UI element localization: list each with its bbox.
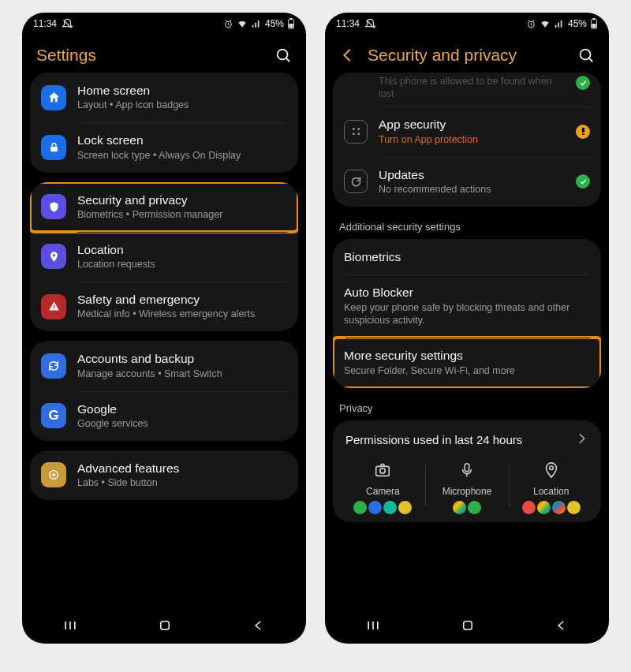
check-icon [576, 174, 590, 189]
row-app-security[interactable]: App security Turn on App protection [333, 106, 601, 156]
permissions-grid: Camera Microphone Location [333, 454, 601, 522]
row-security-privacy[interactable]: Security and privacy Biometrics • Permis… [30, 182, 298, 232]
row-more-security-settings[interactable]: More security settings Secure Folder, Se… [333, 338, 601, 387]
card: Accounts and backup Manage accounts • Sm… [30, 341, 298, 441]
row-sub: Screen lock type • Always On Display [77, 149, 287, 162]
row-title: Security and privacy [77, 192, 287, 207]
row-accounts-backup[interactable]: Accounts and backup Manage accounts • Sm… [30, 341, 298, 390]
row-sub: Layout • App icon badges [77, 99, 287, 112]
perm-label: Microphone [442, 486, 492, 497]
section-privacy: Privacy [333, 398, 601, 420]
status-bar: 11:34 45% [22, 13, 306, 35]
battery-icon [287, 18, 295, 29]
row-location[interactable]: Location Location requests [30, 232, 298, 282]
row-title: Updates [379, 167, 565, 182]
card: Security and privacy Biometrics • Permis… [30, 182, 298, 332]
card: Advanced features Labs • Side button [30, 450, 298, 500]
permissions-title: Permissions used in last 24 hours [345, 433, 522, 446]
status-time: 11:34 [336, 18, 360, 29]
nav-recents[interactable] [365, 618, 381, 637]
battery-icon [590, 18, 598, 29]
row-title: Accounts and backup [77, 351, 287, 366]
lock-icon [41, 135, 66, 160]
home-icon [41, 85, 66, 110]
row-biometrics[interactable]: Biometrics [333, 239, 601, 274]
nav-home[interactable] [461, 618, 475, 636]
location-icon [543, 461, 560, 482]
perm-location[interactable]: Location [509, 458, 593, 521]
row-google[interactable]: G Google Google services [30, 391, 298, 441]
row-sub: Location requests [77, 258, 287, 271]
nav-home[interactable] [158, 618, 172, 636]
svg-rect-7 [53, 305, 54, 308]
svg-rect-5 [50, 147, 58, 151]
search-button[interactable] [274, 47, 292, 64]
row-safety-emergency[interactable]: Safety and emergency Medical info • Wire… [30, 282, 298, 331]
app-chips [522, 501, 581, 514]
row-title: Advanced features [77, 461, 287, 476]
row-lock-screen[interactable]: Lock screen Screen lock type • Always On… [30, 122, 298, 172]
alarm-icon [526, 19, 536, 29]
settings-list: Home screen Layout • App icon badges Loc… [22, 73, 306, 610]
status-battery: 45% [568, 18, 587, 29]
shield-icon [41, 194, 66, 219]
security-list: This phone is allowed to be found when l… [325, 73, 609, 610]
row-title: App security [379, 117, 565, 132]
google-icon: G [41, 403, 66, 428]
camera-icon [374, 461, 391, 482]
row-auto-blocker[interactable]: Auto Blocker Keep your phone safe by blo… [333, 274, 601, 338]
nav-back[interactable] [554, 618, 569, 636]
signal-icon [554, 18, 565, 29]
svg-rect-14 [592, 24, 596, 28]
svg-point-25 [549, 465, 553, 469]
row-sub: Manage accounts • Smart Switch [77, 368, 287, 381]
row-title: Safety and emergency [77, 292, 287, 307]
svg-point-4 [278, 50, 288, 60]
phone-security: 11:34 45% Security and privacy This [325, 13, 609, 644]
row-sub: Turn on App protection [379, 133, 565, 147]
row-sub: Google services [77, 417, 287, 431]
svg-rect-26 [464, 622, 472, 630]
app-chips [353, 501, 412, 514]
microphone-icon [458, 461, 476, 482]
row-title: Lock screen [77, 133, 287, 147]
card-permissions: Permissions used in last 24 hours Camera… [333, 420, 601, 522]
section-additional: Additional security settings [333, 216, 601, 239]
card: Home screen Layout • App icon badges Loc… [30, 73, 298, 173]
svg-rect-2 [289, 18, 293, 20]
row-advanced-features[interactable]: Advanced features Labs • Side button [30, 450, 298, 500]
nav-back[interactable] [252, 618, 266, 636]
back-button[interactable] [339, 47, 357, 64]
grid-icon [344, 120, 368, 144]
row-find-phone-cutoff[interactable]: This phone is allowed to be found when l… [333, 73, 601, 106]
page-title: Security and privacy [368, 46, 566, 65]
svg-point-6 [52, 254, 54, 256]
row-title: More security settings [344, 348, 590, 363]
perm-camera[interactable]: Camera [341, 458, 425, 521]
card: This phone is allowed to be found when l… [333, 73, 601, 207]
wifi-icon [540, 18, 551, 29]
nav-recents[interactable] [62, 618, 78, 637]
dnd-icon [364, 18, 376, 30]
search-button[interactable] [577, 47, 595, 64]
header: Settings [22, 35, 306, 73]
row-updates[interactable]: Updates No recommended actions [333, 157, 601, 207]
phone-settings: 11:34 45% Settings Home scre [22, 13, 306, 644]
svg-rect-3 [289, 24, 293, 28]
android-navbar [325, 610, 609, 644]
row-permissions-24h[interactable]: Permissions used in last 24 hours [333, 420, 601, 454]
wifi-icon [237, 18, 248, 29]
plus-icon [41, 462, 66, 487]
status-battery: 45% [265, 18, 284, 29]
perm-microphone[interactable]: Microphone [425, 458, 510, 521]
row-home-screen[interactable]: Home screen Layout • App icon badges [30, 73, 298, 122]
svg-point-15 [581, 50, 591, 60]
signal-icon [251, 18, 262, 29]
svg-point-18 [353, 133, 355, 136]
row-sub: Biometrics • Permission manager [77, 208, 287, 222]
row-sub: Keep your phone safe by blocking threats… [344, 301, 590, 328]
sync-icon [41, 353, 66, 379]
row-sub: This phone is allowed to be found when l… [379, 76, 565, 100]
svg-rect-13 [592, 18, 596, 20]
svg-point-16 [353, 129, 355, 131]
